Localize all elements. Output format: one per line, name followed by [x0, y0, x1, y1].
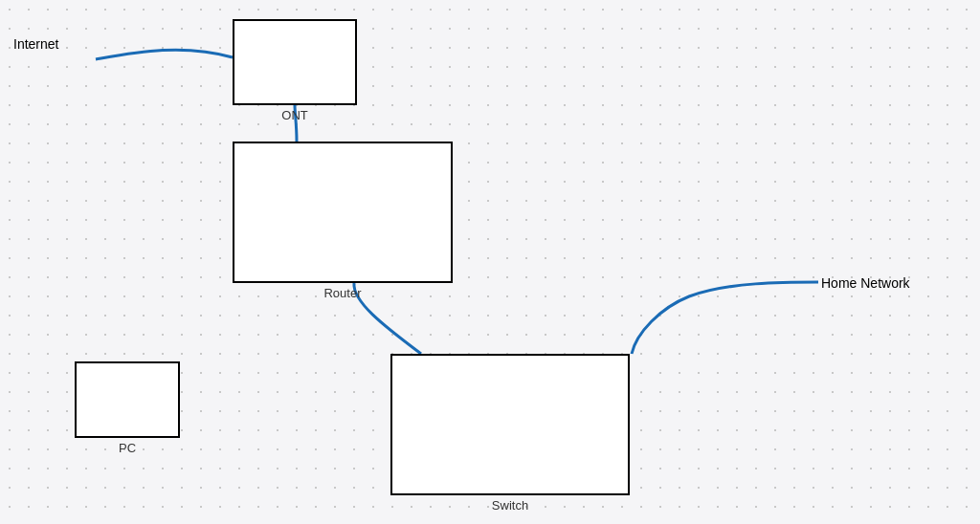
pc-box: PC: [75, 361, 180, 438]
switch-box: Switch: [390, 354, 630, 495]
router-box: Router: [233, 142, 453, 283]
diagram-container: Internet ONT Router PC Switch Home Netwo…: [0, 0, 980, 524]
router-label: Router: [234, 286, 451, 300]
home-network-label: Home Network: [821, 275, 910, 291]
ont-label: ONT: [234, 108, 355, 122]
ont-box: ONT: [233, 19, 357, 105]
switch-label: Switch: [392, 498, 628, 513]
internet-label: Internet: [13, 36, 58, 52]
pc-label: PC: [77, 441, 178, 455]
